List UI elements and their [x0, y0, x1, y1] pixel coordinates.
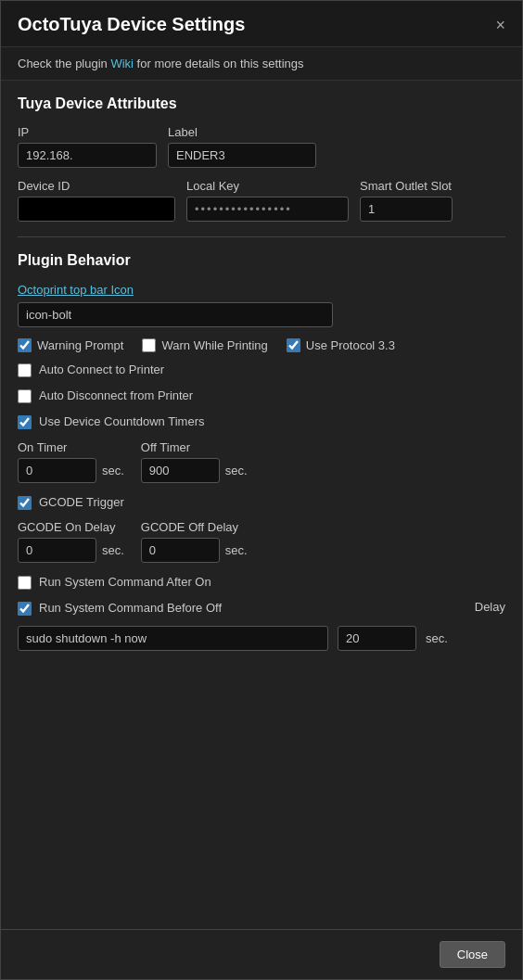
smart-slot-input[interactable]: [360, 197, 453, 222]
device-id-label: Device ID: [18, 179, 175, 193]
auto-disconnect-row: Auto Disconnect from Printer: [18, 388, 505, 404]
gcode-on-delay-label: GCODE On Delay: [18, 520, 124, 534]
dialog-close-button[interactable]: ×: [495, 17, 505, 33]
dialog-body: Tuya Device Attributes IP Label Device I…: [1, 81, 522, 677]
on-timer-group: On Timer sec.: [18, 440, 124, 483]
ip-group: IP: [18, 125, 157, 168]
warn-while-printing-label: Warn While Printing: [161, 338, 267, 352]
ip-label-row: IP Label: [18, 125, 505, 168]
local-key-label: Local Key: [186, 179, 349, 193]
off-timer-inline: sec.: [141, 458, 248, 483]
dialog-title: OctoTuya Device Settings: [18, 14, 245, 35]
gcode-trigger-row: GCODE Trigger: [18, 494, 505, 511]
run-after-on-row: Run System Command After On: [18, 574, 505, 591]
use-protocol-checkbox[interactable]: [287, 338, 300, 352]
run-after-on-label: Run System Command After On: [39, 574, 211, 591]
run-before-off-checkbox[interactable]: [18, 602, 32, 616]
use-protocol-checkbox-group: Use Protocol 3.3: [287, 338, 395, 352]
gcode-on-sec-label: sec.: [102, 543, 124, 557]
label-group: Label: [168, 125, 316, 168]
local-key-input[interactable]: [186, 197, 349, 222]
subheader-text: Check the plugin: [18, 57, 110, 70]
gcode-trigger-checkbox[interactable]: [18, 496, 32, 510]
local-key-group: Local Key: [186, 179, 349, 222]
on-timer-inline: sec.: [18, 458, 124, 483]
dialog-footer: Close: [1, 929, 522, 979]
auto-connect-label: Auto Connect to Printer: [39, 362, 164, 378]
device-id-row: Device ID Local Key Smart Outlet Slot: [18, 179, 505, 222]
auto-disconnect-checkbox[interactable]: [18, 389, 32, 403]
warning-prompt-label: Warning Prompt: [37, 338, 123, 352]
icon-row: [18, 302, 505, 327]
command-input[interactable]: [18, 626, 328, 651]
dialog-subheader: Check the plugin Wiki for more details o…: [1, 47, 522, 81]
smart-slot-group: Smart Outlet Slot: [360, 179, 453, 222]
icon-group: [18, 302, 333, 327]
gcode-off-delay-label: GCODE Off Delay: [141, 520, 248, 534]
on-timer-label: On Timer: [18, 440, 124, 454]
warning-prompt-checkbox-group: Warning Prompt: [18, 338, 123, 352]
device-id-input[interactable]: [18, 197, 175, 222]
use-countdown-label: Use Device Countdown Timers: [39, 414, 204, 430]
gcode-off-delay-input[interactable]: [141, 538, 220, 563]
plugin-section-title: Plugin Behavior: [18, 252, 505, 269]
auto-connect-row: Auto Connect to Printer: [18, 362, 505, 378]
auto-connect-checkbox[interactable]: [18, 363, 32, 377]
ip-label: IP: [18, 125, 157, 139]
gcode-off-sec-label: sec.: [225, 543, 248, 557]
use-countdown-checkbox[interactable]: [18, 415, 32, 429]
off-timer-input[interactable]: [141, 458, 220, 483]
warn-while-printing-checkbox[interactable]: [142, 338, 156, 352]
on-timer-input[interactable]: [18, 458, 96, 483]
run-before-off-row: Run System Command Before Off Delay: [18, 600, 505, 617]
delay-label: Delay: [475, 600, 505, 614]
icon-link[interactable]: Octoprint top bar Icon: [18, 283, 134, 297]
ip-input[interactable]: [18, 143, 157, 168]
close-button[interactable]: Close: [440, 941, 505, 968]
icon-input[interactable]: [18, 302, 333, 327]
timer-row: On Timer sec. Off Timer sec.: [18, 440, 505, 483]
delay-group-inline: Delay: [475, 600, 505, 614]
command-delay-row: sec.: [18, 626, 505, 651]
warn-while-printing-checkbox-group: Warn While Printing: [142, 338, 267, 352]
gcode-on-delay-inline: sec.: [18, 538, 124, 563]
wiki-link[interactable]: Wiki: [110, 57, 134, 70]
gcode-on-delay-input[interactable]: [18, 538, 96, 563]
on-timer-sec-label: sec.: [102, 464, 124, 477]
checkboxes-row-1: Warning Prompt Warn While Printing Use P…: [18, 338, 505, 352]
delay-sec-label: sec.: [426, 631, 448, 645]
label-input[interactable]: [168, 143, 316, 168]
smart-slot-label: Smart Outlet Slot: [360, 179, 453, 193]
run-before-off-label: Run System Command Before Off: [39, 600, 222, 617]
gcode-delay-row: GCODE On Delay sec. GCODE Off Delay sec.: [18, 520, 505, 563]
off-timer-label: Off Timer: [141, 440, 248, 454]
section-divider-1: [18, 236, 505, 237]
device-id-group: Device ID: [18, 179, 175, 222]
auto-disconnect-label: Auto Disconnect from Printer: [39, 388, 193, 404]
device-settings-dialog: OctoTuya Device Settings × Check the plu…: [0, 0, 523, 980]
gcode-off-delay-inline: sec.: [141, 538, 248, 563]
subheader-suffix: for more details on this settings: [134, 57, 304, 70]
warning-prompt-checkbox[interactable]: [18, 338, 32, 352]
delay-input[interactable]: [338, 626, 416, 651]
off-timer-sec-label: sec.: [225, 464, 248, 477]
gcode-off-delay-group: GCODE Off Delay sec.: [141, 520, 248, 563]
gcode-trigger-label: GCODE Trigger: [39, 494, 124, 511]
use-protocol-label: Use Protocol 3.3: [306, 338, 395, 352]
gcode-on-delay-group: GCODE On Delay sec.: [18, 520, 124, 563]
use-countdown-row: Use Device Countdown Timers: [18, 414, 505, 430]
label-label: Label: [168, 125, 316, 139]
run-after-on-checkbox[interactable]: [18, 576, 32, 590]
dialog-header: OctoTuya Device Settings ×: [1, 1, 522, 47]
off-timer-group: Off Timer sec.: [141, 440, 248, 483]
tuya-section-title: Tuya Device Attributes: [18, 95, 505, 112]
